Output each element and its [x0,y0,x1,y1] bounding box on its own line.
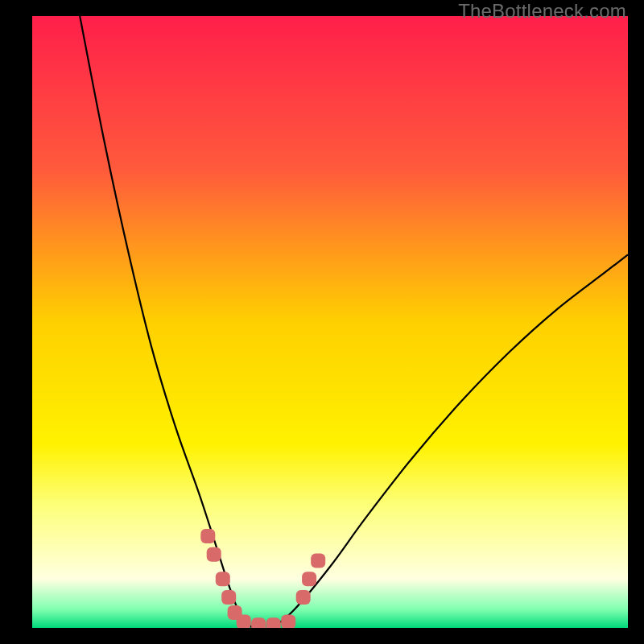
marker-dot [266,617,281,628]
marker-dot [237,614,251,628]
marker-dot [311,553,325,568]
marker-dot [221,590,236,605]
marker-dot [302,572,316,586]
marker-dot [296,590,311,605]
bottleneck-chart [32,16,628,628]
chart-frame: TheBottleneck.com [0,0,644,644]
marker-dot [216,572,230,586]
marker-dot [251,617,266,628]
plot-background [32,16,628,628]
marker-dot [281,614,295,628]
marker-dot [207,547,221,562]
marker-dot [200,529,215,543]
